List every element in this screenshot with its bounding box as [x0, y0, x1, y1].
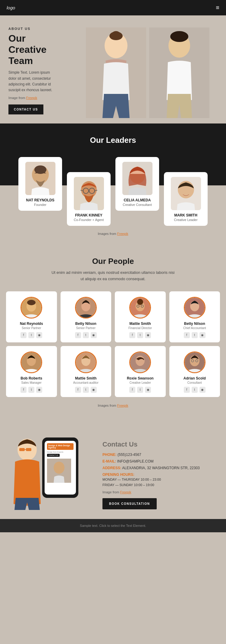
facebook-icon-7[interactable]: f	[184, 387, 190, 393]
footer: Sample text. Click to select the Text El…	[0, 519, 226, 532]
people-freepik-link[interactable]: Freepik	[117, 404, 128, 407]
instagram-icon-7[interactable]: ◉	[199, 387, 206, 393]
contact-right: Contact Us PHONE: (555)123-4567 E-MAIL: …	[102, 428, 220, 509]
person-name-3: Betty Nilson	[172, 322, 217, 326]
twitter-icon-3[interactable]: t	[192, 332, 198, 338]
people-grid-row2: Bob Roberts Sales Manager f t ◉ Mattie S…	[6, 346, 220, 397]
person-card-6: Roxie Swanson Creative Leader f t ◉	[115, 346, 166, 397]
person-role-2: Financial Director	[118, 326, 163, 330]
phone-person-svg	[47, 459, 71, 483]
svg-point-48	[54, 462, 64, 474]
twitter-icon-0[interactable]: t	[28, 332, 34, 338]
people-description: Ut enim ad minim veniam, quis nostrud ex…	[50, 270, 176, 282]
leaders-freepik: Images from Freepik	[0, 226, 226, 245]
twitter-icon-2[interactable]: t	[137, 332, 143, 338]
person-avatar-2	[129, 297, 151, 319]
facebook-icon-0[interactable]: f	[20, 332, 27, 338]
person-socials-6: f t ◉	[118, 387, 163, 393]
person-role-3: Chief Accountant	[172, 326, 217, 330]
person-card-0: Nat Reynolds Senior Partner f t ◉	[6, 291, 57, 342]
hero-woman-svg	[86, 27, 146, 118]
contact-hours-label: OPENING HOURS:	[102, 473, 134, 477]
person-card-3: Betty Nilson Chief Accountant f t ◉	[169, 291, 220, 342]
hero-description: Simple Text. Lorem ipsum dolor sit amet,…	[8, 70, 58, 93]
person-avatar-4	[20, 351, 42, 373]
facebook-icon-3[interactable]: f	[184, 332, 190, 338]
person-name-6: Roxie Swanson	[118, 376, 163, 380]
leaders-freepik-link[interactable]: Freepik	[117, 232, 128, 235]
contact-title: Contact Us	[102, 441, 220, 448]
instagram-icon-0[interactable]: ◉	[36, 332, 42, 338]
phone-screen-sub: Design from Experts	[47, 451, 74, 453]
leader-avatar-mark	[171, 177, 201, 210]
person-name-2: Mattie Smith	[118, 322, 163, 326]
person-role-7: Consultant	[172, 381, 217, 384]
instagram-icon-2[interactable]: ◉	[145, 332, 151, 338]
navbar: logo ≡	[0, 0, 226, 15]
svg-point-9	[34, 165, 46, 174]
contact-freepik-link[interactable]: Freepik	[120, 490, 131, 494]
hero-title: Our Creative Team	[8, 33, 58, 66]
hero-image	[69, 15, 226, 118]
phone-mockup: Design & Web Design Agency Design from E…	[42, 437, 78, 498]
leader-role-frank: Co-Founder + Agent	[71, 218, 107, 222]
people-section: Our People Ut enim ad minim veniam, quis…	[0, 245, 226, 419]
book-consultation-button[interactable]: BOOK CONSULTATION	[102, 498, 157, 509]
contact-address-value: ALEXANDRIA, 32 WASHINGTORN STR, 22303	[122, 466, 199, 470]
instagram-icon-3[interactable]: ◉	[199, 332, 206, 338]
leaders-header: Our Leaders	[0, 123, 226, 145]
hero-man-svg	[149, 27, 209, 118]
contact-section: Design & Web Design Agency Design from E…	[0, 419, 226, 519]
facebook-icon-6[interactable]: f	[129, 387, 135, 393]
footer-text: Sample text. Click to select the Text El…	[80, 524, 146, 527]
person-name-0: Nat Reynolds	[9, 322, 54, 326]
hero-freepik-link[interactable]: Freepik	[26, 96, 37, 100]
people-grid-row1: Nat Reynolds Senior Partner f t ◉ Betty …	[6, 291, 220, 342]
person-role-6: Creative Leader	[118, 381, 163, 384]
instagram-icon-6[interactable]: ◉	[145, 387, 151, 393]
person-socials-5: f t ◉	[64, 387, 108, 393]
person-socials-0: f t ◉	[9, 332, 54, 338]
person-avatar-6	[129, 351, 151, 373]
leader-card-frank: FRANK KINNEY Co-Founder + Agent	[67, 172, 111, 226]
person-avatar-5	[75, 351, 97, 373]
person-role-0: Senior Partner	[9, 326, 54, 330]
leader-card-nat: NAT REYNOLDS Founder	[18, 157, 62, 211]
leader-name-mark: MARK SMITH	[168, 213, 204, 217]
instagram-icon-1[interactable]: ◉	[91, 332, 97, 338]
leader-avatar-celia	[122, 162, 152, 195]
facebook-icon-5[interactable]: f	[75, 387, 81, 393]
person-avatar-3	[184, 297, 206, 319]
twitter-icon-4[interactable]: t	[28, 387, 34, 393]
person-socials-7: f t ◉	[172, 387, 217, 393]
person-socials-2: f t ◉	[118, 332, 163, 338]
phone-screen: Design & Web Design Agency Design from E…	[45, 441, 76, 495]
hamburger-icon[interactable]: ≡	[216, 4, 219, 11]
instagram-icon-4[interactable]: ◉	[36, 387, 42, 393]
person-role-4: Sales Manager	[9, 381, 54, 384]
person-name-5: Mattie Smith	[64, 376, 108, 380]
svg-point-6	[170, 31, 188, 42]
contact-address: ADDRESS: ALEXANDRIA, 32 WASHINGTORN STR,…	[102, 466, 220, 470]
facebook-icon-4[interactable]: f	[20, 387, 27, 393]
person-socials-3: f t ◉	[172, 332, 217, 338]
phone-cta-btn: CONTACT US	[47, 454, 60, 457]
person-socials-1: f t ◉	[64, 332, 108, 338]
instagram-icon-5[interactable]: ◉	[91, 387, 97, 393]
person-role-1: Senior Partner	[64, 326, 108, 330]
contact-us-button[interactable]: CONTACT US	[8, 104, 43, 114]
person-socials-4: f t ◉	[9, 387, 54, 393]
person-avatar-7	[184, 351, 206, 373]
hero-content: ABOUT US Our Creative Team Simple Text. …	[0, 15, 66, 123]
facebook-icon-1[interactable]: f	[75, 332, 81, 338]
person-card-1: Betty Nilson Senior Partner f t ◉	[61, 291, 111, 342]
twitter-icon-7[interactable]: t	[192, 387, 198, 393]
leader-avatar-frank	[74, 177, 104, 210]
twitter-icon-6[interactable]: t	[137, 387, 143, 393]
facebook-icon-2[interactable]: f	[129, 332, 135, 338]
twitter-icon-5[interactable]: t	[83, 387, 89, 393]
leaders-section: Our Leaders NAT REYNOLDS Fou	[0, 123, 226, 245]
leader-name-frank: FRANK KINNEY	[71, 213, 107, 217]
person-name-7: Adrian Scold	[172, 376, 217, 380]
twitter-icon-1[interactable]: t	[83, 332, 89, 338]
